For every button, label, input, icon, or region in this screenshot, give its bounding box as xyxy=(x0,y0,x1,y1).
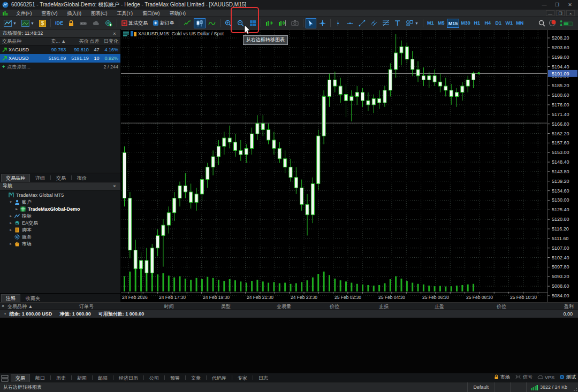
notification-icon[interactable] xyxy=(549,19,556,27)
trade-column-9[interactable]: 盈利 xyxy=(564,303,574,310)
candlestick-chart[interactable]: 5208.205203.605199.005194.405189.805185.… xyxy=(121,30,578,303)
cloud-button[interactable] xyxy=(90,18,102,28)
nav-item-6[interactable]: 服务 xyxy=(0,234,120,241)
trade-column-6[interactable]: 止损 xyxy=(379,303,389,310)
collapsed-arrow-icon[interactable]: ▸ xyxy=(8,221,13,225)
toolbox-panel-icon[interactable] xyxy=(1,375,9,382)
mw-column-1[interactable]: 卖... ▲ xyxy=(41,38,66,45)
cursor-tool-button[interactable] xyxy=(306,18,316,28)
nav-item-0[interactable]: TradeMax Global MT5 xyxy=(0,192,120,199)
connection-status-icon[interactable] xyxy=(559,20,573,27)
menu-item-2[interactable]: 插入(I) xyxy=(63,10,87,17)
search-icon[interactable] xyxy=(538,20,545,27)
horizontal-line-tool-button[interactable] xyxy=(344,18,356,28)
collapsed-arrow-icon[interactable]: ▸ xyxy=(8,242,13,246)
minimize-button[interactable]: — xyxy=(538,1,550,9)
close-button[interactable]: ✕ xyxy=(564,1,576,9)
shapes-tool-button[interactable]: ▼ xyxy=(404,18,421,28)
channel-tool-button[interactable] xyxy=(368,18,379,28)
gamepad-button[interactable] xyxy=(77,18,89,28)
menu-item-4[interactable]: 工具(T) xyxy=(112,10,138,17)
nav-item-1[interactable]: ▾账户 xyxy=(0,199,120,206)
toolbox-tab-10[interactable]: 专家 xyxy=(233,374,252,382)
collapsed-arrow-icon[interactable]: ▸ xyxy=(8,228,13,232)
nav-item-3[interactable]: ▸指标 xyxy=(0,213,120,220)
crosshair-tool-button[interactable] xyxy=(317,18,328,28)
timeframe-m5[interactable]: M5 xyxy=(436,19,446,28)
nav-item-7[interactable]: ▸市场 xyxy=(0,241,120,248)
profile-cell[interactable]: Default xyxy=(467,382,494,392)
tick-chart-button[interactable] xyxy=(181,18,193,28)
trade-column-7[interactable]: 止盈 xyxy=(435,303,444,310)
service-button-VPS[interactable]: VPS xyxy=(537,374,554,380)
toolbox-tab-4[interactable]: 邮箱 xyxy=(93,374,112,382)
lock-button[interactable] xyxy=(66,18,77,28)
timeframe-h4[interactable]: H4 xyxy=(483,19,493,28)
timeframe-mn[interactable]: MN xyxy=(515,19,525,28)
market-watch-button[interactable]: $ xyxy=(37,18,48,28)
menu-item-0[interactable]: 文件(F) xyxy=(11,10,37,17)
timeframe-w1[interactable]: W1 xyxy=(504,19,514,28)
nav-item-4[interactable]: ▸EA交易 xyxy=(0,220,120,227)
maximize-button[interactable]: ❐ xyxy=(551,1,563,9)
algo-trading-button[interactable]: 算法交易 xyxy=(119,18,150,28)
text-tool-button[interactable] xyxy=(392,18,403,28)
mw-tab-1[interactable]: 详细 xyxy=(31,174,50,182)
timeframe-h1[interactable]: H1 xyxy=(472,19,482,28)
nav-tab-1[interactable]: 收藏夹 xyxy=(21,294,45,302)
trade-column-3[interactable]: 类型 xyxy=(221,303,231,310)
service-button-信号[interactable]: 信号 xyxy=(515,374,533,381)
mdi-minimize-button[interactable]: — xyxy=(546,10,554,16)
toolbox-tab-0[interactable]: 交易 xyxy=(11,374,30,382)
market-watch-row-XAUUSD[interactable]: XAUUSD5191.095191.19100.92% xyxy=(0,54,120,63)
candlestick-mode-button[interactable] xyxy=(194,18,206,28)
shift-chart-button[interactable] xyxy=(276,18,288,28)
service-button-测试[interactable]: 测试 xyxy=(559,374,576,381)
timeframe-d1[interactable]: D1 xyxy=(493,19,504,28)
toolbox-close-icon[interactable]: × xyxy=(2,303,4,309)
chart-window[interactable]: XAUUSD,M15: Gold vs US Dollar / Spot 520… xyxy=(121,29,578,302)
timeframe-m30[interactable]: M30 xyxy=(460,19,471,28)
metaeditor-button[interactable]: IDE xyxy=(53,18,65,28)
new-order-button[interactable]: 新订单 xyxy=(150,18,177,28)
navigator-close-icon[interactable]: × xyxy=(111,183,118,189)
mw-tab-3[interactable]: 报价 xyxy=(72,174,92,182)
trade-column-1[interactable]: 订单号 xyxy=(79,303,94,310)
toolbox-tab-3[interactable]: 新闻 xyxy=(72,374,92,382)
market-watch-row-XAGUSD[interactable]: XAGUSD90.76390.810474.16% xyxy=(0,45,120,54)
menu-item-3[interactable]: 图表(C) xyxy=(86,10,112,17)
menu-item-5[interactable]: 窗口(W) xyxy=(138,10,165,17)
toolbox-tab-5[interactable]: 经济日历 xyxy=(114,374,143,382)
mw-column-2[interactable]: 买价 xyxy=(66,38,89,45)
nav-tab-0[interactable]: 注释 xyxy=(1,294,20,302)
toolbox-tab-6[interactable]: 公司 xyxy=(144,374,164,382)
time-axis[interactable]: 24 Feb 202624 Feb 17:3024 Feb 19:3024 Fe… xyxy=(122,292,538,300)
trade-column-5[interactable]: 价位 xyxy=(330,303,339,310)
trendline-tool-button[interactable] xyxy=(356,18,368,28)
toolbox-tab-8[interactable]: 文章 xyxy=(186,374,206,382)
toolbox-tab-9[interactable]: 代码库 xyxy=(207,374,231,382)
market-watch-close-icon[interactable]: × xyxy=(111,31,118,36)
mw-column-0[interactable]: 交易品种 xyxy=(0,38,41,45)
mw-tab-0[interactable]: 交易品种 xyxy=(1,174,30,182)
toolbox-tab-1[interactable]: 敞口 xyxy=(31,374,50,382)
price-axis[interactable]: 5208.205203.605199.005194.405189.805185.… xyxy=(547,35,577,298)
mw-tab-2[interactable]: 交易 xyxy=(51,174,71,182)
trade-column-8[interactable]: 价位 xyxy=(497,303,506,310)
mw-column-4[interactable]: 日变化 xyxy=(99,38,120,45)
collapsed-arrow-icon[interactable]: ▸ xyxy=(14,207,19,211)
collapsed-arrow-icon[interactable]: ▸ xyxy=(8,214,13,218)
trade-column-2[interactable]: 时间 xyxy=(164,303,174,310)
mw-column-3[interactable]: 点差 xyxy=(89,38,100,45)
menu-item-6[interactable]: 帮助(H) xyxy=(165,10,191,17)
mdi-restore-button[interactable]: ❐ xyxy=(556,10,565,16)
chart-menu-icon[interactable] xyxy=(123,31,129,36)
service-button-市场[interactable]: 市场 xyxy=(494,374,510,381)
timeframe-m1[interactable]: M1 xyxy=(425,19,436,28)
mdi-close-button[interactable]: × xyxy=(566,10,575,16)
auto-scroll-button[interactable] xyxy=(263,18,276,28)
nav-item-5[interactable]: ▸脚本 xyxy=(0,227,120,234)
expanded-arrow-icon[interactable]: ▾ xyxy=(8,200,13,204)
community-button[interactable] xyxy=(103,18,115,28)
chart-symbol-icon[interactable] xyxy=(131,31,136,36)
